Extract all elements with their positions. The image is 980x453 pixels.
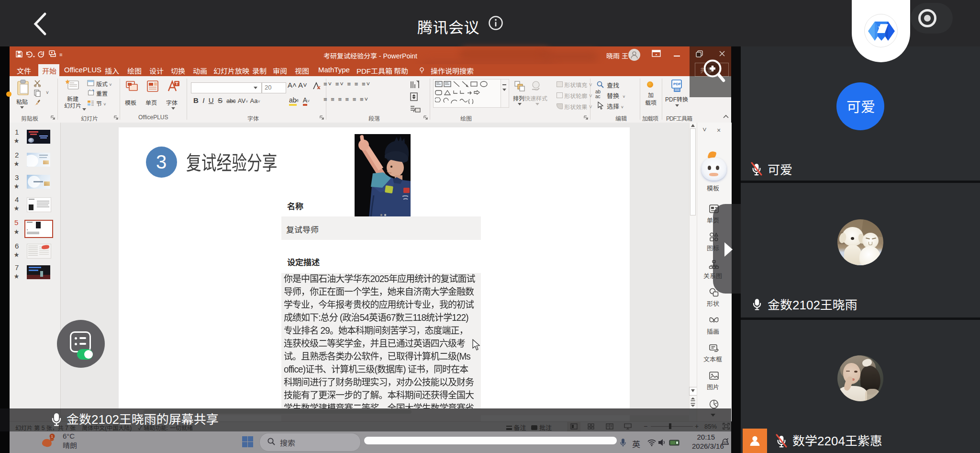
svg-text:PDF: PDF: [673, 82, 681, 86]
svg-text:zZ: zZ: [724, 441, 728, 444]
svg-text:1: 1: [51, 434, 54, 439]
